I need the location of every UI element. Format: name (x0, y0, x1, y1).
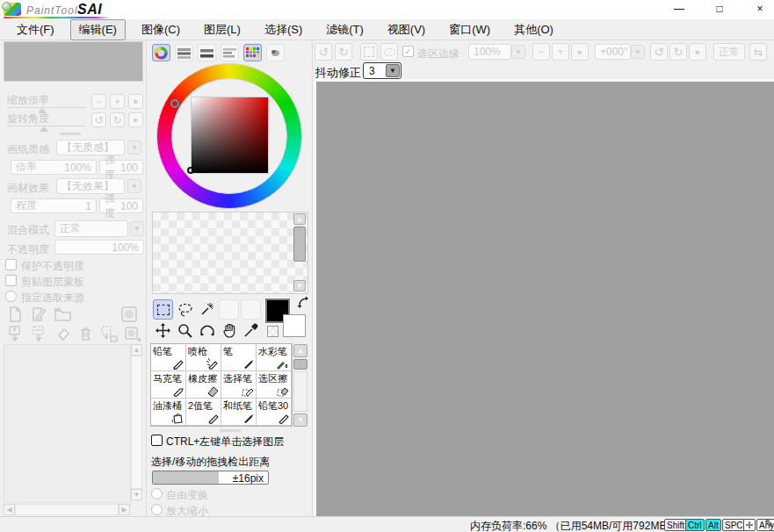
marquee-tool[interactable] (153, 299, 173, 320)
maximize-button[interactable]: □ (713, 3, 726, 15)
layers-list[interactable] (4, 344, 131, 503)
menu-select[interactable]: 选择(S) (257, 20, 310, 40)
layers-hscrollbar[interactable] (15, 504, 119, 515)
hand-tool[interactable] (219, 320, 239, 341)
brush-scroll-down-button[interactable]: ▼ (293, 413, 307, 427)
scale-radio[interactable] (151, 504, 163, 515)
brush-bucket[interactable]: 油漆桶 (151, 399, 186, 426)
transfer-down-button[interactable] (7, 326, 23, 343)
mask-apply-button[interactable] (124, 326, 141, 343)
swatches-scroll-up-button[interactable]: ▲ (293, 213, 306, 225)
zoom-dropdown[interactable]: 100% (468, 44, 511, 60)
brush-binary-pen[interactable]: 2值笔 (186, 399, 221, 426)
empty-tool-slot-2[interactable] (241, 299, 261, 320)
transparent-color-swatch[interactable] (267, 326, 278, 337)
panel-grip-2[interactable] (220, 429, 241, 432)
brush-watercolor[interactable]: 水彩笔 (257, 344, 292, 371)
new-layer-button[interactable] (7, 306, 23, 322)
clipping-mask-checkbox[interactable] (5, 275, 17, 286)
brush-pencil30[interactable]: 铅笔30 (257, 399, 292, 426)
navigator-zoom-slider[interactable] (7, 107, 86, 108)
selection-source-radio[interactable] (5, 291, 17, 302)
navigator-rotate-slider-handle[interactable] (40, 126, 48, 132)
layers-scroll-down-button[interactable]: ▼ (131, 489, 142, 500)
blend-mode-dropdown-button[interactable]: ▼ (130, 221, 144, 236)
menu-window[interactable]: 窗口(W) (441, 20, 498, 40)
menu-file[interactable]: 文件(F) (9, 20, 62, 40)
drag-detect-slider[interactable]: ±16pix (152, 471, 269, 485)
layers-scroll-left-button[interactable]: ◀ (4, 504, 15, 515)
protect-opacity-checkbox[interactable] (5, 259, 17, 270)
menu-view[interactable]: 视图(V) (380, 20, 433, 40)
new-folder-button[interactable] (54, 307, 71, 321)
brush-pen[interactable]: 笔 (221, 344, 257, 371)
sv-marker[interactable] (187, 167, 194, 174)
hsv-slider-tab[interactable] (198, 44, 216, 61)
color-wheel-tab[interactable] (152, 44, 170, 61)
redo-button[interactable]: ↻ (335, 43, 352, 61)
zoom-tool[interactable] (175, 320, 195, 341)
rgb-slider-tab[interactable] (175, 44, 193, 61)
new-linework-layer-button[interactable] (31, 306, 47, 322)
zoom-in-button[interactable]: + (552, 43, 569, 61)
navigator-zoom-in-button[interactable]: + (110, 94, 125, 109)
brush-scroll-thumb[interactable] (293, 359, 307, 370)
paper-strength2-field[interactable]: 强度 100 (99, 198, 143, 213)
swatches-scroll-down-button[interactable]: ▼ (293, 280, 306, 291)
hue-marker[interactable] (170, 99, 179, 108)
menu-edit[interactable]: 编辑(E) (70, 19, 126, 40)
paper-effect-dropdown-button[interactable]: ▼ (127, 179, 141, 193)
canvas[interactable] (316, 82, 774, 518)
navigator-preview[interactable] (4, 41, 143, 82)
empty-tool-slot-1[interactable] (219, 299, 239, 320)
menu-image[interactable]: 图像(C) (134, 20, 188, 40)
swatches-scroll-thumb[interactable] (293, 226, 306, 262)
brush-airbrush[interactable]: 喷枪 (186, 344, 221, 371)
splitter-left[interactable] (146, 40, 147, 516)
copy-merged-button[interactable] (100, 326, 118, 343)
undo-button[interactable]: ↺ (315, 43, 332, 61)
merge-down-button[interactable] (31, 326, 47, 343)
panel-grip[interactable] (60, 133, 81, 135)
opacity-slider[interactable]: 100% (54, 240, 144, 255)
swatches-panel[interactable] (152, 212, 308, 294)
brush-selection-pen[interactable]: 选择笔 (221, 371, 257, 399)
brush-scroll-up-button[interactable]: ▲ (293, 344, 307, 357)
swap-colors-icon[interactable] (297, 296, 309, 308)
menu-filter[interactable]: 滤镜(T) (318, 20, 372, 40)
navigator-rotate-reset-button[interactable]: ■ (128, 112, 143, 127)
magic-wand-tool[interactable] (197, 299, 217, 320)
rotate-ccw-button[interactable]: ↺ (650, 43, 668, 61)
splitter-middle[interactable] (312, 40, 313, 516)
selection-edge-checkbox[interactable]: ✓ (402, 46, 414, 57)
navigator-zoom-reset-button[interactable]: ■ (128, 94, 143, 109)
background-color-swatch[interactable] (283, 314, 306, 337)
angle-dropdown[interactable]: +000° (595, 44, 631, 60)
lasso-tool[interactable] (175, 299, 195, 320)
mixed-slider-tab[interactable] (221, 44, 239, 61)
menu-others[interactable]: 其他(O) (506, 20, 561, 40)
close-button[interactable]: × (754, 3, 766, 15)
layers-vscrollbar[interactable] (131, 356, 142, 489)
blend-mode-dropdown[interactable]: 正常 (54, 220, 128, 237)
layers-scroll-right-button[interactable]: ▶ (119, 504, 130, 515)
navigator-rotate-cw-button[interactable]: ↻ (110, 112, 125, 127)
brush-marker[interactable]: 马克笔 (151, 371, 186, 399)
free-transform-radio[interactable] (151, 488, 163, 500)
reselect-button[interactable] (380, 43, 398, 61)
angle-dropdown-button[interactable]: ▼ (631, 45, 645, 59)
menu-layer[interactable]: 图层(L) (196, 20, 249, 40)
zoom-out-button[interactable]: − (532, 43, 550, 61)
saturation-value-square[interactable] (191, 97, 269, 174)
minimize-button[interactable]: — (673, 3, 685, 15)
rotate-canvas-tool[interactable] (197, 320, 217, 341)
brush-washi-pen[interactable]: 和纸笔 (221, 399, 257, 426)
stabilizer-dropdown-button[interactable]: ▼ (386, 64, 400, 77)
stabilizer-spinner[interactable]: 3 ▼ (363, 62, 401, 79)
rotate-cw-button[interactable]: ↻ (669, 43, 687, 61)
swatches-tab[interactable] (243, 44, 262, 61)
navigator-rotate-ccw-button[interactable]: ↺ (91, 112, 106, 127)
brush-selection-eraser[interactable]: 选区擦 (257, 371, 292, 399)
paper-degree-field[interactable]: 程度 1 (11, 198, 97, 213)
ctrl-pick-layer-checkbox[interactable] (151, 435, 163, 446)
